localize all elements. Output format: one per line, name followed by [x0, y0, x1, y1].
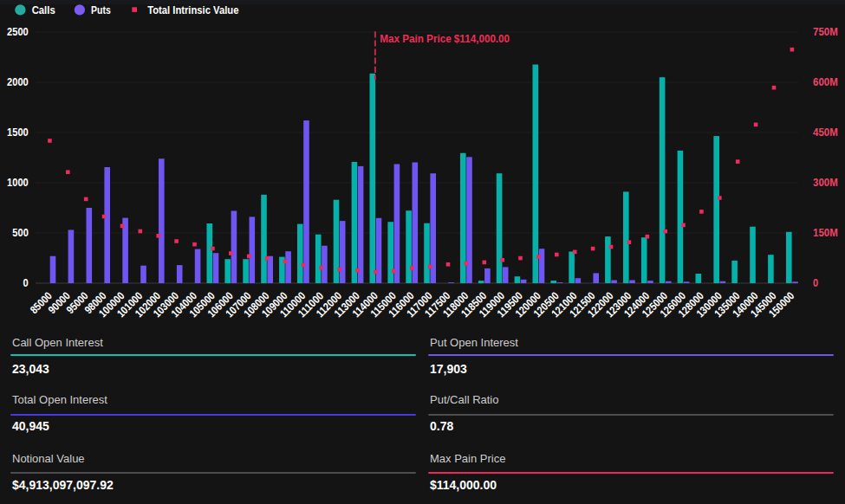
svg-text:750M: 750M	[813, 25, 838, 38]
svg-text:450M: 450M	[813, 126, 838, 139]
svg-text:1000: 1000	[7, 176, 29, 189]
svg-text:2000: 2000	[7, 75, 29, 88]
svg-text:1500: 1500	[7, 126, 29, 139]
svg-text:Total Intrinsic Value: Total Intrinsic Value	[147, 4, 238, 16]
svg-text:300M: 300M	[813, 176, 838, 189]
svg-text:Max Pain Price $114,000.00: Max Pain Price $114,000.00	[380, 32, 510, 45]
svg-text:Puts: Puts	[91, 4, 111, 16]
svg-text:0: 0	[23, 276, 29, 289]
svg-text:600M: 600M	[813, 75, 838, 88]
svg-text:500: 500	[12, 226, 29, 239]
svg-text:Calls: Calls	[32, 4, 55, 16]
svg-text:2500: 2500	[7, 25, 29, 38]
svg-text:0: 0	[813, 276, 818, 289]
svg-text:150M: 150M	[813, 226, 838, 239]
